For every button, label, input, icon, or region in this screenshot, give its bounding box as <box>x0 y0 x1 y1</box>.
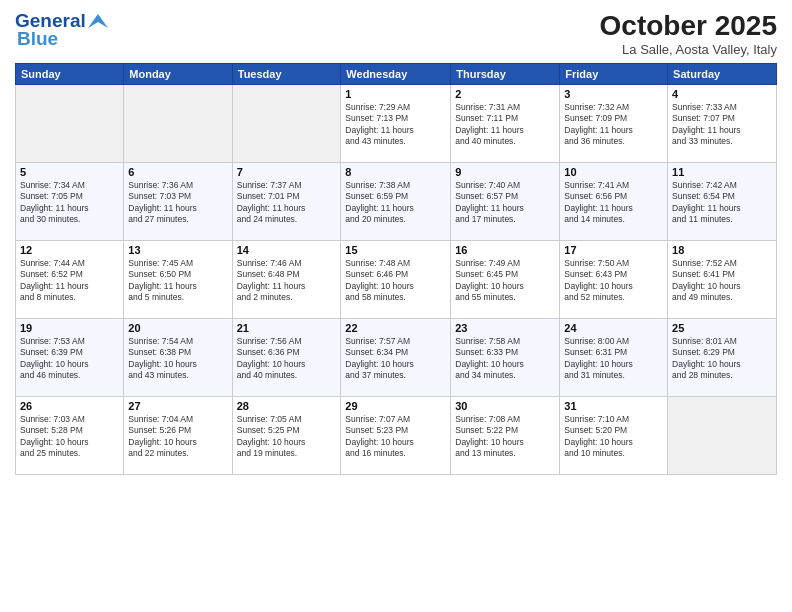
calendar-cell: 31Sunrise: 7:10 AM Sunset: 5:20 PM Dayli… <box>560 397 668 475</box>
day-number: 27 <box>128 400 227 412</box>
day-number: 14 <box>237 244 337 256</box>
calendar-cell <box>668 397 777 475</box>
calendar-cell: 22Sunrise: 7:57 AM Sunset: 6:34 PM Dayli… <box>341 319 451 397</box>
calendar-cell: 28Sunrise: 7:05 AM Sunset: 5:25 PM Dayli… <box>232 397 341 475</box>
week-row-4: 19Sunrise: 7:53 AM Sunset: 6:39 PM Dayli… <box>16 319 777 397</box>
day-info: Sunrise: 7:07 AM Sunset: 5:23 PM Dayligh… <box>345 414 446 460</box>
day-number: 19 <box>20 322 119 334</box>
location: La Salle, Aosta Valley, Italy <box>600 42 777 57</box>
column-header-saturday: Saturday <box>668 64 777 85</box>
day-number: 13 <box>128 244 227 256</box>
calendar-cell: 4Sunrise: 7:33 AM Sunset: 7:07 PM Daylig… <box>668 85 777 163</box>
day-number: 8 <box>345 166 446 178</box>
column-header-thursday: Thursday <box>451 64 560 85</box>
day-number: 20 <box>128 322 227 334</box>
day-info: Sunrise: 7:29 AM Sunset: 7:13 PM Dayligh… <box>345 102 446 148</box>
calendar-cell: 27Sunrise: 7:04 AM Sunset: 5:26 PM Dayli… <box>124 397 232 475</box>
day-info: Sunrise: 7:54 AM Sunset: 6:38 PM Dayligh… <box>128 336 227 382</box>
column-header-wednesday: Wednesday <box>341 64 451 85</box>
logo: General Blue <box>15 10 108 50</box>
day-info: Sunrise: 7:46 AM Sunset: 6:48 PM Dayligh… <box>237 258 337 304</box>
day-number: 7 <box>237 166 337 178</box>
column-header-sunday: Sunday <box>16 64 124 85</box>
day-info: Sunrise: 7:40 AM Sunset: 6:57 PM Dayligh… <box>455 180 555 226</box>
calendar-cell <box>16 85 124 163</box>
day-number: 3 <box>564 88 663 100</box>
calendar-cell: 14Sunrise: 7:46 AM Sunset: 6:48 PM Dayli… <box>232 241 341 319</box>
day-info: Sunrise: 7:53 AM Sunset: 6:39 PM Dayligh… <box>20 336 119 382</box>
calendar-cell: 29Sunrise: 7:07 AM Sunset: 5:23 PM Dayli… <box>341 397 451 475</box>
day-info: Sunrise: 7:33 AM Sunset: 7:07 PM Dayligh… <box>672 102 772 148</box>
day-info: Sunrise: 7:56 AM Sunset: 6:36 PM Dayligh… <box>237 336 337 382</box>
week-row-3: 12Sunrise: 7:44 AM Sunset: 6:52 PM Dayli… <box>16 241 777 319</box>
calendar-cell: 16Sunrise: 7:49 AM Sunset: 6:45 PM Dayli… <box>451 241 560 319</box>
day-info: Sunrise: 7:52 AM Sunset: 6:41 PM Dayligh… <box>672 258 772 304</box>
day-number: 18 <box>672 244 772 256</box>
calendar-cell: 23Sunrise: 7:58 AM Sunset: 6:33 PM Dayli… <box>451 319 560 397</box>
day-info: Sunrise: 7:04 AM Sunset: 5:26 PM Dayligh… <box>128 414 227 460</box>
calendar-cell: 11Sunrise: 7:42 AM Sunset: 6:54 PM Dayli… <box>668 163 777 241</box>
day-number: 5 <box>20 166 119 178</box>
day-info: Sunrise: 7:38 AM Sunset: 6:59 PM Dayligh… <box>345 180 446 226</box>
column-header-monday: Monday <box>124 64 232 85</box>
day-number: 15 <box>345 244 446 256</box>
day-number: 6 <box>128 166 227 178</box>
calendar-cell: 13Sunrise: 7:45 AM Sunset: 6:50 PM Dayli… <box>124 241 232 319</box>
column-header-tuesday: Tuesday <box>232 64 341 85</box>
day-info: Sunrise: 7:42 AM Sunset: 6:54 PM Dayligh… <box>672 180 772 226</box>
day-number: 2 <box>455 88 555 100</box>
calendar-cell: 24Sunrise: 8:00 AM Sunset: 6:31 PM Dayli… <box>560 319 668 397</box>
calendar-cell: 30Sunrise: 7:08 AM Sunset: 5:22 PM Dayli… <box>451 397 560 475</box>
day-info: Sunrise: 7:31 AM Sunset: 7:11 PM Dayligh… <box>455 102 555 148</box>
day-info: Sunrise: 7:41 AM Sunset: 6:56 PM Dayligh… <box>564 180 663 226</box>
column-header-friday: Friday <box>560 64 668 85</box>
logo-blue: Blue <box>17 28 58 50</box>
day-number: 25 <box>672 322 772 334</box>
day-number: 31 <box>564 400 663 412</box>
day-info: Sunrise: 7:44 AM Sunset: 6:52 PM Dayligh… <box>20 258 119 304</box>
calendar-cell <box>232 85 341 163</box>
calendar-cell: 18Sunrise: 7:52 AM Sunset: 6:41 PM Dayli… <box>668 241 777 319</box>
day-info: Sunrise: 7:49 AM Sunset: 6:45 PM Dayligh… <box>455 258 555 304</box>
day-number: 4 <box>672 88 772 100</box>
day-number: 10 <box>564 166 663 178</box>
day-number: 16 <box>455 244 555 256</box>
header: General Blue October 2025 La Salle, Aost… <box>15 10 777 57</box>
day-number: 11 <box>672 166 772 178</box>
calendar-cell: 10Sunrise: 7:41 AM Sunset: 6:56 PM Dayli… <box>560 163 668 241</box>
day-info: Sunrise: 7:50 AM Sunset: 6:43 PM Dayligh… <box>564 258 663 304</box>
day-number: 1 <box>345 88 446 100</box>
day-number: 12 <box>20 244 119 256</box>
week-row-5: 26Sunrise: 7:03 AM Sunset: 5:28 PM Dayli… <box>16 397 777 475</box>
calendar-cell: 8Sunrise: 7:38 AM Sunset: 6:59 PM Daylig… <box>341 163 451 241</box>
day-number: 24 <box>564 322 663 334</box>
calendar-cell <box>124 85 232 163</box>
title-block: October 2025 La Salle, Aosta Valley, Ita… <box>600 10 777 57</box>
day-info: Sunrise: 8:01 AM Sunset: 6:29 PM Dayligh… <box>672 336 772 382</box>
day-info: Sunrise: 7:32 AM Sunset: 7:09 PM Dayligh… <box>564 102 663 148</box>
day-number: 21 <box>237 322 337 334</box>
calendar-cell: 12Sunrise: 7:44 AM Sunset: 6:52 PM Dayli… <box>16 241 124 319</box>
svg-marker-0 <box>88 14 108 28</box>
day-number: 30 <box>455 400 555 412</box>
day-info: Sunrise: 7:10 AM Sunset: 5:20 PM Dayligh… <box>564 414 663 460</box>
day-info: Sunrise: 7:57 AM Sunset: 6:34 PM Dayligh… <box>345 336 446 382</box>
calendar-cell: 2Sunrise: 7:31 AM Sunset: 7:11 PM Daylig… <box>451 85 560 163</box>
calendar-cell: 15Sunrise: 7:48 AM Sunset: 6:46 PM Dayli… <box>341 241 451 319</box>
month-title: October 2025 <box>600 10 777 42</box>
day-number: 23 <box>455 322 555 334</box>
day-info: Sunrise: 7:48 AM Sunset: 6:46 PM Dayligh… <box>345 258 446 304</box>
calendar-cell: 20Sunrise: 7:54 AM Sunset: 6:38 PM Dayli… <box>124 319 232 397</box>
day-info: Sunrise: 7:03 AM Sunset: 5:28 PM Dayligh… <box>20 414 119 460</box>
day-number: 28 <box>237 400 337 412</box>
calendar-cell: 26Sunrise: 7:03 AM Sunset: 5:28 PM Dayli… <box>16 397 124 475</box>
day-number: 9 <box>455 166 555 178</box>
day-info: Sunrise: 7:58 AM Sunset: 6:33 PM Dayligh… <box>455 336 555 382</box>
calendar-cell: 7Sunrise: 7:37 AM Sunset: 7:01 PM Daylig… <box>232 163 341 241</box>
day-info: Sunrise: 7:05 AM Sunset: 5:25 PM Dayligh… <box>237 414 337 460</box>
calendar-header-row: SundayMondayTuesdayWednesdayThursdayFrid… <box>16 64 777 85</box>
calendar-cell: 6Sunrise: 7:36 AM Sunset: 7:03 PM Daylig… <box>124 163 232 241</box>
day-info: Sunrise: 7:36 AM Sunset: 7:03 PM Dayligh… <box>128 180 227 226</box>
calendar-cell: 25Sunrise: 8:01 AM Sunset: 6:29 PM Dayli… <box>668 319 777 397</box>
calendar-page: General Blue October 2025 La Salle, Aost… <box>0 0 792 612</box>
